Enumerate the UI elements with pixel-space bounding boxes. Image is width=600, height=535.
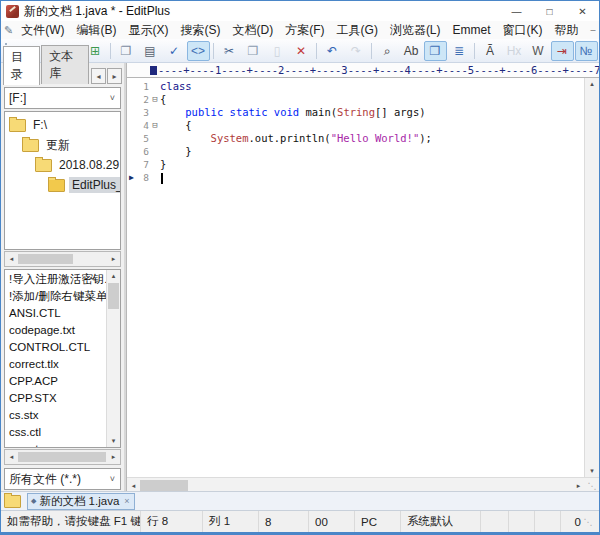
tab-scroll-left-icon[interactable]: ◂	[91, 68, 106, 84]
resize-grip-icon: ⋱	[581, 517, 595, 527]
sidebar-tabs: 目录 文本库 ◂ ▸	[1, 63, 124, 84]
editor-vscrollbar[interactable]: ▴ ▾	[584, 78, 599, 477]
menu-item-3[interactable]: 搜索(S)	[175, 21, 227, 39]
code-line[interactable]: 7}	[127, 158, 585, 171]
scroll-left-icon[interactable]: ◂	[5, 252, 18, 266]
code-line[interactable]: 5 System.out.println("Hello World!");	[127, 132, 585, 145]
find-icon[interactable]: ⌕	[376, 41, 399, 61]
ruler-scale: ----+----1----+----2----+----3----+----4…	[158, 64, 599, 76]
tree-item-label: 2018.08.29	[56, 157, 121, 173]
document-tab[interactable]: ◆ 新的文档 1.java ×	[27, 493, 135, 510]
file-item[interactable]: codepage.txt	[5, 322, 107, 339]
minimize-button[interactable]: —	[500, 1, 533, 21]
drive-select[interactable]: [F:] ˅	[4, 87, 121, 109]
file-item[interactable]: CPP.ACP	[5, 373, 107, 390]
scroll-right-icon[interactable]: ▸	[107, 450, 120, 464]
code-text	[160, 171, 163, 184]
mdi-minimize-button[interactable]: –	[585, 23, 600, 37]
function-list-icon[interactable]: ≣	[448, 41, 471, 61]
file-list-vscroll-thumb[interactable]	[108, 283, 119, 309]
replace-icon[interactable]: Ab	[400, 41, 423, 61]
print-icon[interactable]: ▤	[139, 41, 162, 61]
menu-item-5[interactable]: 方案(F)	[279, 21, 330, 39]
copy-icon[interactable]: ❐	[242, 41, 265, 61]
file-list-items: !导入注册激活密钥.re!添加/删除右键菜单.bANSI.CTLcodepage…	[5, 271, 107, 447]
code-line[interactable]: 2⊟{	[127, 93, 585, 106]
file-item[interactable]: CPP.STX	[5, 390, 107, 407]
tab-scroll-right-icon[interactable]: ▸	[107, 68, 122, 84]
paste-icon[interactable]: ▯	[266, 41, 289, 61]
file-item[interactable]: css.stx	[5, 441, 107, 447]
file-item[interactable]: !导入注册激活密钥.re	[5, 271, 107, 288]
code-line[interactable]: ▶8	[127, 171, 585, 184]
menu-bar: ✎ 文件(W)编辑(B)显示(X)搜索(S)文档(D)方案(F)工具(G)浏览器…	[1, 21, 599, 40]
scroll-down-icon[interactable]: ▾	[585, 465, 599, 477]
column-ruler: ----+----1----+----2----+----3----+----4…	[127, 63, 599, 78]
html-code-icon[interactable]: <>	[187, 41, 210, 61]
scroll-right-icon[interactable]: ▸	[107, 252, 120, 266]
spell-check-icon[interactable]: ✓	[163, 41, 186, 61]
menu-item-9[interactable]: 窗口(K)	[497, 21, 549, 39]
file-item[interactable]: correct.tlx	[5, 356, 107, 373]
document-tab-bar: ◆ 新的文档 1.java ×	[1, 491, 599, 511]
scroll-down-icon[interactable]: ▾	[107, 435, 120, 447]
code-line[interactable]: 6 }	[127, 145, 585, 158]
menu-item-0[interactable]: 文件(W)	[15, 21, 70, 39]
scroll-left-icon[interactable]: ◂	[5, 450, 18, 464]
maximize-button[interactable]: □	[533, 1, 566, 21]
code-area[interactable]: 1class2⊟{3 public static void main(Strin…	[127, 78, 585, 477]
cut-icon[interactable]: ✂	[218, 41, 241, 61]
file-list-hscrollbar[interactable]: ◂ ▸	[4, 449, 121, 465]
tab-close-icon[interactable]: ×	[124, 496, 129, 506]
tree-item[interactable]: 更新	[5, 135, 120, 155]
scroll-up-icon[interactable]: ▴	[107, 270, 120, 282]
scroll-up-icon[interactable]: ▴	[585, 78, 599, 90]
ruler-origin-block	[150, 66, 157, 75]
file-item[interactable]: !添加/删除右键菜单.b	[5, 288, 107, 305]
gutter-marker	[127, 158, 136, 171]
tree-hscroll-thumb[interactable]	[18, 254, 73, 264]
word-wrap-icon[interactable]: W	[527, 41, 550, 61]
menu-item-2[interactable]: 显示(X)	[123, 21, 175, 39]
tree-item[interactable]: 2018.08.29	[5, 155, 120, 175]
menu-item-1[interactable]: 编辑(B)	[71, 21, 123, 39]
file-item[interactable]: CONTROL.CTL	[5, 339, 107, 356]
fold-toggle-icon[interactable]: ⊟	[150, 93, 160, 106]
tree-item[interactable]: EditPlus_v5.0.12	[5, 175, 120, 195]
file-list-vscrollbar[interactable]: ▴ ▾	[106, 270, 120, 447]
menu-item-10[interactable]: 帮助	[549, 21, 585, 39]
code-line[interactable]: 4⊟ {	[127, 119, 585, 132]
fullwidth-chars-icon[interactable]: Ã	[479, 41, 502, 61]
line-number-icon[interactable]: №	[575, 41, 598, 61]
tab-cliptext[interactable]: 文本库	[41, 45, 89, 84]
print-preview-icon[interactable]: ❐	[115, 41, 138, 61]
main-area: 目录 文本库 ◂ ▸ [F:] ˅ F:\更新2018.08.29EditPlu…	[1, 63, 599, 493]
delete-icon[interactable]: ✕	[290, 41, 313, 61]
close-button[interactable]: ✕	[566, 1, 599, 21]
toolbar: ❏❒▣⊞❐▤✓<>✂❐▯✕↶↷⌕Ab❐≣ÃHxW⇥№⚙◧◨❐⊞↖?	[1, 39, 599, 63]
menu-item-4[interactable]: 文档(D)	[227, 21, 280, 39]
hex-view-icon[interactable]: Hx	[503, 41, 526, 61]
redo-icon[interactable]: ↷	[345, 41, 368, 61]
tree-item[interactable]: F:\	[5, 115, 120, 135]
file-list-hscroll-thumb[interactable]	[18, 452, 106, 462]
code-line[interactable]: 3 public static void main(String[] args)	[127, 106, 585, 119]
file-item[interactable]: ANSI.CTL	[5, 305, 107, 322]
gutter-marker	[127, 119, 136, 132]
code-line[interactable]: 1class	[127, 80, 585, 93]
show-marks-icon[interactable]: ⇥	[551, 41, 574, 61]
file-item[interactable]: css.ctl	[5, 424, 107, 441]
editor-hscroll-thumb[interactable]	[140, 480, 188, 491]
menu-item-6[interactable]: 工具(G)	[331, 21, 384, 39]
menu-item-8[interactable]: Emmet	[447, 21, 497, 39]
fold-gutter	[150, 80, 160, 93]
file-item[interactable]: cs.stx	[5, 407, 107, 424]
menu-item-7[interactable]: 浏览器(L)	[384, 21, 447, 39]
tree-hscrollbar[interactable]: ◂ ▸	[4, 251, 121, 267]
undo-icon[interactable]: ↶	[321, 41, 344, 61]
browser-preview-icon[interactable]: ❐	[424, 41, 447, 61]
file-filter-select[interactable]: 所有文件 (*.*) ˅	[4, 468, 121, 490]
fold-toggle-icon[interactable]: ⊟	[150, 119, 160, 132]
gutter-marker	[127, 132, 136, 145]
tab-directory[interactable]: 目录	[3, 46, 40, 85]
